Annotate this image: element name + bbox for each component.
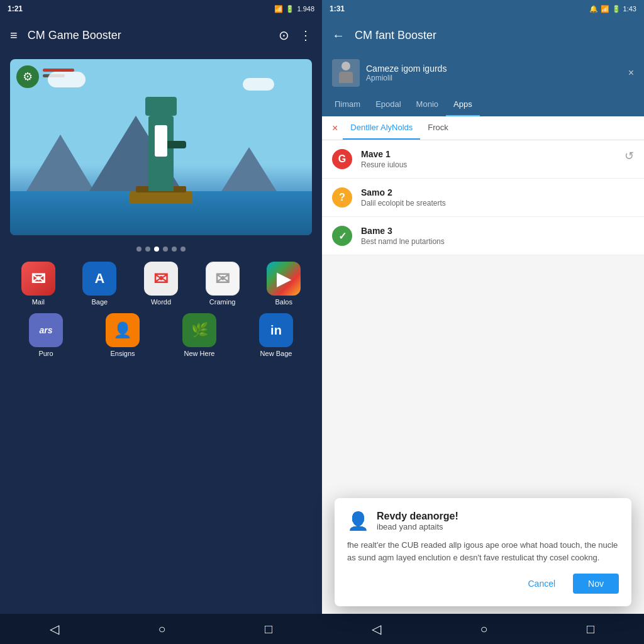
app-puro[interactable]: ars Puro <box>10 313 82 357</box>
back-button-left[interactable]: ◁ <box>40 616 69 641</box>
sub-tabs-bar: × Dentller AlyNolds Frock <box>322 116 644 140</box>
bottom-nav-left: ◁ ○ □ <box>0 614 322 644</box>
tabs-bar: Пimam Epodal Monio Apps <box>322 93 644 116</box>
back-icon-right[interactable]: ← <box>332 28 345 43</box>
hamburger-icon[interactable]: ≡ <box>10 28 18 43</box>
tab-apps[interactable]: Apps <box>446 93 480 116</box>
app-new-here[interactable]: 🌿 New Here <box>164 313 235 357</box>
dialog-body: fhe realt'er the CUB readed allp igous a… <box>347 539 619 564</box>
list-item-3[interactable]: ✓ Bame 3 Best namd lne putartions <box>322 217 644 255</box>
list-item-3-icon: ✓ <box>332 226 352 246</box>
app-mail[interactable]: ✉ Mail <box>10 262 67 306</box>
list-item-1-content: Mave 1 Resure iulous <box>361 149 616 169</box>
mail-icon: ✉ <box>21 262 55 296</box>
list-item-1-desc: Resure iulous <box>361 160 616 169</box>
dialog-icon: 👤 <box>347 511 369 531</box>
phone-right: 1:31 🔔 📶 🔋 1:43 ← CM fant Booster Cameze… <box>322 0 644 644</box>
back-button-right[interactable]: ◁ <box>362 616 391 641</box>
list-item-1-action[interactable]: ↺ <box>625 149 634 163</box>
signal-text: 1.948 <box>297 5 314 13</box>
target-icon[interactable]: ⊙ <box>279 28 289 43</box>
time-right: 1:31 <box>330 4 345 13</box>
dialog-overlay: 👤 Revdy deanorge! ibead yand aptaits fhe… <box>335 498 631 606</box>
status-bar-left: 1:21 📶 🔋 1.948 <box>0 0 322 18</box>
sub-tab-frock[interactable]: Frock <box>420 116 456 140</box>
dot-3-active[interactable] <box>154 247 159 252</box>
dot-5[interactable] <box>172 247 177 252</box>
mountain-3 <box>218 147 280 197</box>
list-item-3-content: Bame 3 Best namd lne putartions <box>361 226 634 246</box>
notif-subtitle: Apmiolil <box>366 74 622 82</box>
app-bage-label: Bage <box>92 298 108 306</box>
list-item-2-title: Samo 2 <box>361 187 634 197</box>
cloud-1 <box>48 72 86 87</box>
dot-2[interactable] <box>145 247 150 252</box>
wifi-icon: 📶 <box>274 5 283 13</box>
notif-close-button[interactable]: × <box>628 67 634 79</box>
notif-title: Cameze igom igurds <box>366 64 622 74</box>
game-scene: ⚙ <box>10 59 312 235</box>
app-new-bage-label: New Bage <box>260 350 292 357</box>
home-button-left[interactable]: ○ <box>148 617 175 641</box>
new-bage-icon: in <box>259 313 293 347</box>
dialog-subtitle: ibead yand aptaits <box>377 522 458 531</box>
app-bar-left: ≡ CM Game Booster ⊙ ⋮ <box>0 18 322 53</box>
battery-icon: 🔋 <box>286 5 294 13</box>
new-here-icon: 🌿 <box>182 313 216 347</box>
app-balos[interactable]: ▶ Balos <box>255 262 312 306</box>
list-item-1-icon-letter: G <box>338 153 346 165</box>
status-icons-right: 🔔 📶 🔋 1:43 <box>589 5 636 13</box>
craming-icon: ✉ <box>206 262 240 296</box>
list-item-2-icon: ? <box>332 187 352 208</box>
notif-text: Cameze igom igurds Apmiolil <box>366 64 622 82</box>
app-mail-label: Mail <box>32 298 45 306</box>
list-item-1[interactable]: G Mave 1 Resure iulous ↺ <box>322 140 644 179</box>
balos-icon: ▶ <box>267 262 301 296</box>
sub-tab-alynolds[interactable]: Dentller AlyNolds <box>343 116 420 140</box>
tab-pimam[interactable]: Пimam <box>327 93 368 116</box>
app-bar-right: ← CM fant Booster <box>322 18 644 53</box>
wifi-icon-right: 📶 <box>601 5 609 13</box>
app-ensigns[interactable]: 👤 Ensigns <box>87 313 158 357</box>
dot-4[interactable] <box>163 247 168 252</box>
more-icon[interactable]: ⋮ <box>299 28 312 43</box>
list-item-1-icon: G <box>332 149 352 169</box>
tower-scroll <box>155 125 167 157</box>
app-craming[interactable]: ✉ Craming <box>194 262 251 306</box>
app-bage[interactable]: A Bage <box>72 262 128 306</box>
list-item-3-title: Bame 3 <box>361 226 634 236</box>
list-item-2[interactable]: ? Samo 2 Dalil ecolopit be sreaterts <box>322 179 644 217</box>
recents-button-right[interactable]: □ <box>577 617 604 641</box>
app-new-here-label: New Here <box>184 350 215 357</box>
confirm-button[interactable]: Nov <box>573 574 619 594</box>
game-icon: ⚙ <box>16 65 39 88</box>
bottom-nav-right: ◁ ○ □ <box>322 614 644 644</box>
app-puro-label: Puro <box>38 350 53 357</box>
wordd-icon: ✉ <box>144 262 178 296</box>
app-ensigns-label: Ensigns <box>110 350 135 357</box>
bage-icon: A <box>82 262 116 296</box>
time-left: 1:21 <box>8 4 23 13</box>
sub-tab-close-button[interactable]: × <box>327 118 343 139</box>
app-balos-label: Balos <box>275 298 292 306</box>
cancel-button[interactable]: Cancel <box>518 574 566 594</box>
pagination-dots <box>0 247 322 252</box>
dialog-title: Revdy deanorge! <box>377 511 458 522</box>
recents-button-left[interactable]: □ <box>255 617 282 641</box>
apps-row-1: ✉ Mail A Bage ✉ Wordd ✉ Craming ▶ Balos <box>0 257 322 311</box>
dot-6[interactable] <box>180 247 186 252</box>
list-item-1-title: Mave 1 <box>361 149 616 159</box>
status-bar-right: 1:31 🔔 📶 🔋 1:43 <box>322 0 644 18</box>
person-body <box>339 72 353 83</box>
dialog-actions: Cancel Nov <box>347 574 619 594</box>
dot-1[interactable] <box>136 247 142 252</box>
app-new-bage[interactable]: in New Bage <box>240 313 312 357</box>
notif-indicator: 🔔 <box>589 5 598 13</box>
platform <box>130 191 192 204</box>
cloud-2 <box>243 78 274 91</box>
list-item-3-icon-check: ✓ <box>338 230 347 242</box>
tab-epodal[interactable]: Epodal <box>368 93 408 116</box>
app-wordd[interactable]: ✉ Wordd <box>133 262 189 306</box>
tab-monio[interactable]: Monio <box>409 93 446 116</box>
home-button-right[interactable]: ○ <box>470 617 497 641</box>
